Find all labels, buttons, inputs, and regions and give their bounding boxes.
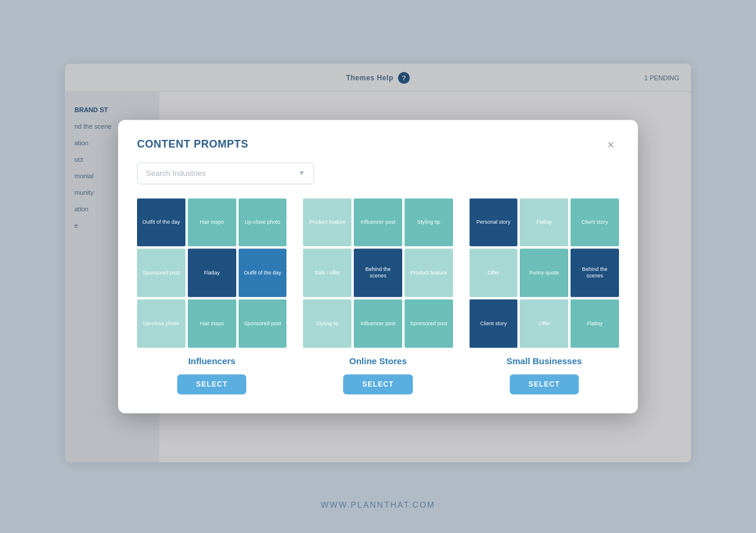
grid-cell: Sponsored post [239,299,287,348]
online-stores-category-name: Online Stores [349,356,407,366]
modal-search-area: Search Industries ▼ [118,162,638,194]
grid-cell: Product feature [303,198,351,247]
small-businesses-select-button[interactable]: SELECT [510,374,579,394]
grid-cell: Hair inspo [188,299,236,348]
online-stores-select-button[interactable]: SELECT [343,374,412,394]
grid-cell: Flatlay [571,299,619,348]
modal-header: CONTENT PROMPTS × [118,120,638,162]
grid-cell: Sponsored post [405,299,453,348]
grid-cell: Styling tip [303,299,351,348]
grid-cell: Up-close photo [137,299,185,348]
influencers-grid: Outfit of the day Hair inspo Up-close ph… [137,198,286,348]
categories-grid: Outfit of the day Hair inspo Up-close ph… [137,198,619,394]
grid-cell: Personal story [470,198,518,247]
grid-cell: Flatlay [188,249,236,297]
search-placeholder: Search Industries [146,169,206,178]
category-card-influencers: Outfit of the day Hair inspo Up-close ph… [137,198,286,394]
content-prompts-modal: CONTENT PROMPTS × Search Industries ▼ Ou… [118,120,638,413]
grid-cell: Outfit of the day [137,198,185,247]
grid-cell: Influencer post [354,198,402,247]
grid-cell: Flatlay [520,198,568,247]
grid-cell: Funny quote [520,249,568,297]
grid-cell: Client story [571,198,619,247]
small-businesses-grid: Personal story Flatlay Client story Offe… [470,198,619,348]
modal-body: Outfit of the day Hair inspo Up-close ph… [118,194,638,413]
grid-cell: Up-close photo [239,198,287,247]
modal-title: CONTENT PROMPTS [137,138,249,151]
grid-cell: Client story [470,299,518,348]
small-businesses-category-name: Small Businesses [507,356,582,366]
modal-close-button[interactable]: × [602,136,619,153]
watermark: WWW.PLANNTHAT.COM [321,500,435,509]
grid-cell: Offer [470,249,518,297]
grid-cell: Hair inspo [188,198,236,247]
category-card-small-businesses: Personal story Flatlay Client story Offe… [470,198,619,394]
grid-cell: Offer [520,299,568,348]
chevron-down-icon: ▼ [298,169,305,177]
search-industries-dropdown[interactable]: Search Industries ▼ [137,162,314,184]
influencers-select-button[interactable]: SELECT [177,374,246,394]
grid-cell: Outfit of the day [239,249,287,297]
category-card-online-stores: Product feature Influencer post Styling … [303,198,452,394]
grid-cell: Sale / offer [303,249,351,297]
grid-cell: Influencer post [354,299,402,348]
grid-cell: Sponsored post [137,249,185,297]
grid-cell: Behind the scenes [571,249,619,297]
grid-cell: Styling tip [405,198,453,247]
grid-cell: Product feature [405,249,453,297]
grid-cell: Behind the scenes [354,249,402,297]
influencers-category-name: Influencers [188,356,236,366]
online-stores-grid: Product feature Influencer post Styling … [303,198,452,348]
